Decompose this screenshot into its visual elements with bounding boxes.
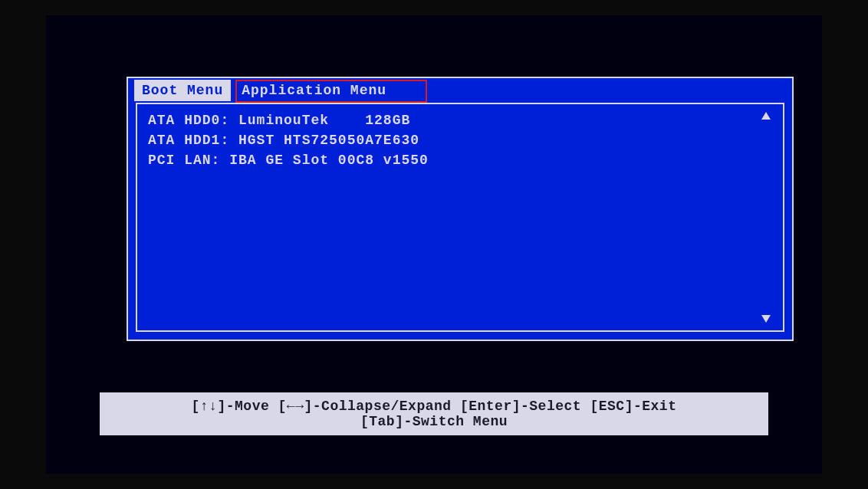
tab-row: Boot Menu Application Menu — [128, 78, 792, 101]
tab-application-menu[interactable]: Application Menu — [234, 80, 394, 101]
scroll-down-icon[interactable] — [761, 315, 771, 323]
help-line-2: [Tab]-Switch Menu — [360, 414, 508, 429]
crt-screen: Boot Menu Application Menu ATA HDD0: Lum… — [46, 15, 822, 474]
boot-device-pane: ATA HDD0: LuminouTek 128GB ATA HDD1: HGS… — [136, 103, 784, 332]
boot-item-ata-hdd1[interactable]: ATA HDD1: HGST HTS725050A7E630 — [148, 130, 760, 150]
scroll-up-icon[interactable] — [761, 112, 771, 120]
boot-item-ata-hdd0[interactable]: ATA HDD0: LuminouTek 128GB — [148, 110, 760, 130]
bios-window: Boot Menu Application Menu ATA HDD0: Lum… — [127, 77, 794, 341]
boot-device-list: ATA HDD0: LuminouTek 128GB ATA HDD1: HGS… — [148, 110, 760, 324]
help-line-1: [↑↓]-Move [←→]-Collapse/Expand [Enter]-S… — [192, 399, 677, 414]
boot-item-pci-lan[interactable]: PCI LAN: IBA GE Slot 00C8 v1550 — [148, 150, 760, 170]
tab-boot-menu[interactable]: Boot Menu — [134, 80, 231, 101]
scrollbar[interactable] — [760, 110, 772, 324]
help-bar: [↑↓]-Move [←→]-Collapse/Expand [Enter]-S… — [100, 392, 768, 435]
